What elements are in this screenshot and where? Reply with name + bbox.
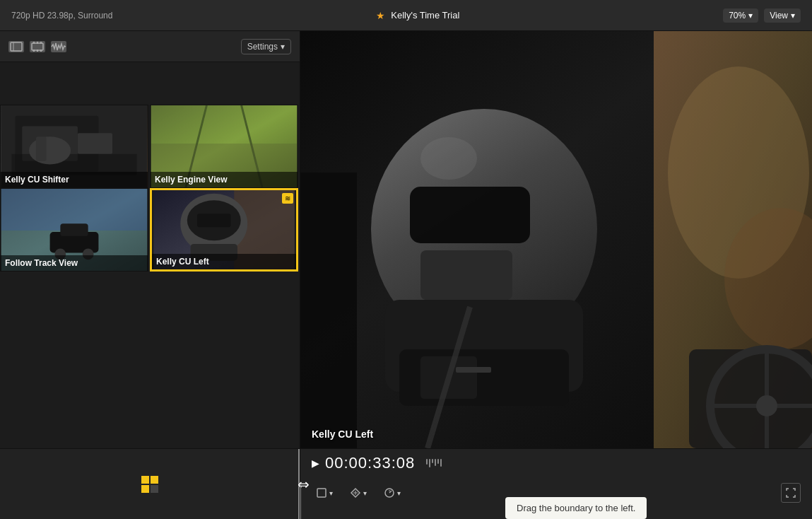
waveform-bar bbox=[437, 459, 439, 464]
playback-controls: ▶ 00:00:33:08 bbox=[300, 449, 812, 477]
timecode-bars bbox=[426, 459, 442, 467]
chevron-down-icon: ▾ bbox=[791, 11, 795, 21]
clip-label: Kelly Engine View bbox=[151, 172, 298, 187]
drag-boundary-caption: Drag the boundary to the left. bbox=[505, 497, 647, 519]
grid-cell-4 bbox=[151, 485, 158, 493]
svg-point-42 bbox=[756, 395, 777, 416]
grid-cell-3 bbox=[141, 485, 149, 493]
svg-rect-7 bbox=[37, 49, 38, 52]
clip-item[interactable]: Kelly CU Shifter bbox=[0, 105, 148, 188]
view-dropdown[interactable]: View ▾ bbox=[764, 8, 801, 23]
crop-chevron-icon: ▾ bbox=[329, 489, 333, 497]
main-layout: Settings ▾ bbox=[0, 31, 812, 448]
svg-rect-0 bbox=[11, 42, 22, 51]
svg-rect-15 bbox=[36, 136, 47, 161]
preview-label: Kelly CU Left bbox=[312, 428, 373, 440]
settings-chevron-icon: ▾ bbox=[281, 42, 285, 52]
format-label: 720p HD 23.98p, Surround bbox=[11, 11, 112, 21]
zoom-dropdown[interactable]: 70% ▾ bbox=[723, 8, 758, 23]
svg-rect-25 bbox=[60, 223, 88, 236]
svg-rect-4 bbox=[37, 42, 38, 44]
drag-caption-container: Drag the boundary to the left. bbox=[247, 484, 301, 519]
preview-area: Kelly CU Left bbox=[300, 31, 812, 448]
project-title-area: ★ Kelly's Time Trial bbox=[376, 10, 459, 21]
timecode-display: 00:00:33:08 bbox=[325, 454, 415, 472]
clip-audio-badge: ≋ bbox=[282, 193, 293, 204]
clip-label: Follow Track View bbox=[1, 255, 148, 271]
settings-button[interactable]: Settings ▾ bbox=[241, 39, 291, 54]
caption-line bbox=[300, 484, 301, 519]
bottom-area: ⇔ ▶ 00:00:33:08 bbox=[0, 448, 812, 519]
svg-point-14 bbox=[29, 136, 71, 164]
grid-cell-1 bbox=[141, 476, 149, 484]
waveform-icon[interactable] bbox=[51, 41, 66, 52]
svg-rect-3 bbox=[33, 42, 35, 44]
star-icon: ★ bbox=[376, 10, 385, 21]
svg-rect-2 bbox=[32, 43, 43, 50]
transform-button[interactable]: ▾ bbox=[346, 485, 371, 501]
chevron-down-icon: ▾ bbox=[748, 11, 753, 21]
transform-chevron-icon: ▾ bbox=[363, 489, 367, 497]
svg-rect-33 bbox=[197, 214, 230, 227]
speed-icon bbox=[384, 487, 395, 498]
grid-cell-2 bbox=[151, 476, 158, 484]
svg-point-46 bbox=[420, 137, 477, 180]
angle-icon[interactable] bbox=[8, 41, 24, 52]
top-bar: 720p HD 23.98p, Surround ★ Kelly's Time … bbox=[0, 0, 812, 31]
project-title: Kelly's Time Trial bbox=[391, 10, 459, 21]
waveform-bar bbox=[440, 459, 442, 467]
crop-button[interactable]: ▾ bbox=[312, 485, 337, 501]
filmstrip-icon[interactable] bbox=[30, 41, 45, 52]
left-panel: Settings ▾ bbox=[0, 31, 300, 448]
waveform-bar bbox=[426, 459, 428, 465]
clip-item-selected[interactable]: ≋ Kelly CU Left bbox=[150, 188, 298, 272]
svg-rect-8 bbox=[40, 49, 42, 52]
clip-grid: Kelly CU Shifter bbox=[0, 105, 300, 448]
timeline-area: ⇔ ▶ 00:00:33:08 bbox=[0, 449, 812, 519]
waveform-bar bbox=[429, 459, 430, 467]
toolbar-icons bbox=[8, 41, 66, 52]
speed-chevron-icon: ▾ bbox=[397, 489, 401, 497]
format-info: 720p HD 23.98p, Surround bbox=[11, 11, 112, 21]
svg-rect-20 bbox=[151, 105, 297, 144]
play-button[interactable]: ▶ bbox=[312, 457, 319, 469]
fullscreen-icon bbox=[786, 488, 796, 498]
clip-label: Kelly CU Left bbox=[152, 254, 296, 269]
audio-icon: ≋ bbox=[285, 194, 290, 202]
fullscreen-button[interactable] bbox=[781, 483, 801, 503]
waveform-bar bbox=[435, 459, 436, 466]
speed-button[interactable]: ▾ bbox=[379, 485, 405, 501]
clip-label: Kelly CU Shifter bbox=[1, 172, 148, 187]
transform-icon bbox=[350, 487, 361, 498]
svg-rect-50 bbox=[420, 250, 512, 300]
svg-rect-51 bbox=[300, 173, 357, 448]
preview-panel: Kelly CU Left bbox=[300, 31, 812, 448]
svg-rect-5 bbox=[40, 42, 42, 44]
svg-rect-49 bbox=[456, 367, 491, 373]
svg-rect-44 bbox=[410, 187, 530, 243]
clip-item[interactable]: Follow Track View bbox=[0, 188, 148, 272]
clip-item[interactable]: Kelly Engine View bbox=[150, 105, 298, 188]
waveform-bar bbox=[432, 459, 433, 463]
svg-rect-6 bbox=[33, 49, 35, 52]
left-panel-toolbar: Settings ▾ bbox=[0, 31, 300, 62]
top-bar-right: 70% ▾ View ▾ bbox=[723, 8, 801, 23]
multiview-grid-icon[interactable] bbox=[141, 476, 158, 493]
svg-rect-12 bbox=[78, 133, 112, 153]
svg-rect-53 bbox=[317, 489, 326, 497]
crop-icon bbox=[316, 487, 327, 498]
